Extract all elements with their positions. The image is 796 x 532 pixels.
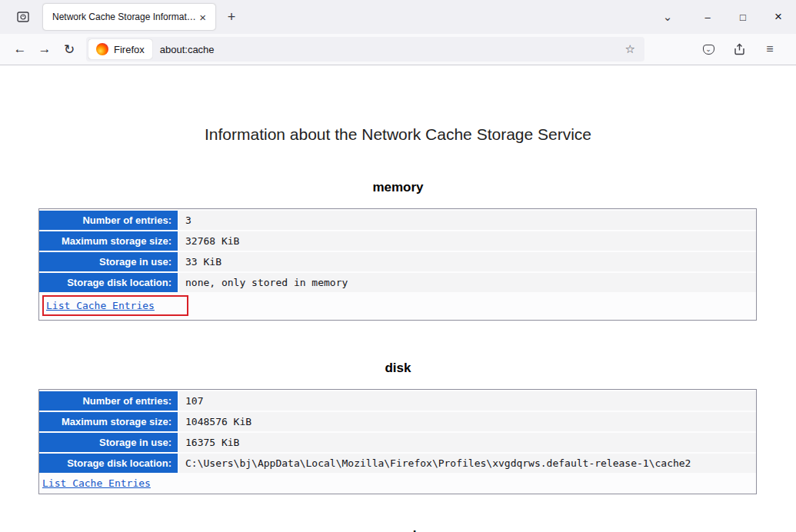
back-icon: ← [14,42,27,57]
table-row: Storage disk location: C:\Users\bj\AppDa… [39,454,756,473]
link-row: List Cache Entries [39,292,756,318]
close-icon: × [774,9,782,25]
table-row: Number of entries: 107 [39,391,756,411]
window-controls: – □ × [690,0,796,34]
search-engine-chip[interactable]: Firefox [88,39,152,59]
annotation-highlight-box: List Cache Entries [42,295,188,316]
bookmark-star-button[interactable]: ☆ [621,42,640,56]
table-row: Storage in use: 33 KiB [39,252,756,271]
row-value: 1048576 KiB [179,412,756,431]
table-row: Storage in use: 16375 KiB [39,433,756,452]
row-label: Storage disk location: [39,273,178,292]
pocket-icon: ⌄ [703,45,714,55]
minimize-icon: – [704,12,710,23]
new-tab-button[interactable]: + [220,5,243,28]
star-icon: ☆ [625,42,635,55]
row-label: Storage in use: [39,252,178,271]
plus-icon: + [228,9,236,25]
maximize-icon: □ [740,12,746,23]
table-row: Maximum storage size: 32768 KiB [39,231,756,251]
row-value: 3 [179,211,756,230]
maximize-button[interactable]: □ [725,0,761,34]
row-value: 32768 KiB [179,231,756,251]
firefox-view-button[interactable] [11,5,35,29]
memory-cache-table: Number of entries: 3 Maximum storage siz… [38,208,757,321]
toolbar-icons: ⌄ ≡ [697,38,781,61]
page-content: Information about the Network Cache Stor… [0,65,796,532]
list-cache-entries-link-disk[interactable]: List Cache Entries [42,477,151,489]
search-engine-label: Firefox [114,44,145,55]
row-label: Number of entries: [39,211,178,230]
row-value: 33 KiB [179,252,756,271]
app-menu-button[interactable]: ≡ [758,38,781,61]
firefox-view-icon [17,11,29,23]
link-row: List Cache Entries [39,473,756,492]
row-value: none, only stored in memory [179,273,756,292]
table-row: Maximum storage size: 1048576 KiB [39,412,756,431]
back-button[interactable]: ← [8,37,32,62]
browser-tab-active[interactable]: Network Cache Storage Information × [43,4,215,30]
tab-title: Network Cache Storage Information [52,12,196,22]
row-value: 107 [179,391,756,411]
page-title: Information about the Network Cache Stor… [0,125,796,144]
chevron-down-icon: ⌄ [663,10,673,24]
row-label: Maximum storage size: [39,412,178,431]
row-label: Storage in use: [39,433,178,452]
reload-button[interactable]: ↻ [57,37,82,62]
row-label: Number of entries: [39,391,178,411]
row-label: Maximum storage size: [39,231,178,251]
browser-titlebar: Network Cache Storage Information × + ⌄ … [0,0,796,34]
close-window-button[interactable]: × [761,0,796,34]
reload-icon: ↻ [64,42,75,58]
pocket-chevron-glyph: ⌄ [705,46,711,53]
list-cache-entries-link-memory[interactable]: List Cache Entries [46,300,155,311]
table-row: Storage disk location: none, only stored… [39,273,756,292]
section-heading-disk: disk [0,361,796,376]
row-value: C:\Users\bj\AppData\Local\Mozilla\Firefo… [179,454,756,473]
forward-button[interactable]: → [32,37,57,62]
pocket-button[interactable]: ⌄ [697,38,720,61]
url-text[interactable]: about:cache [160,44,621,55]
share-icon [734,43,745,55]
hamburger-menu-icon: ≡ [766,42,773,56]
row-value: 16375 KiB [179,433,756,452]
url-bar[interactable]: Firefox about:cache ☆ [86,37,644,62]
forward-icon: → [38,42,52,57]
share-button[interactable] [728,38,751,61]
browser-navbar: ← → ↻ Firefox about:cache ☆ ⌄ [0,34,796,65]
partial-section-heading: appcache [0,528,796,532]
disk-cache-table: Number of entries: 107 Maximum storage s… [38,389,757,494]
list-all-tabs-button[interactable]: ⌄ [656,5,679,28]
tab-close-icon[interactable]: × [196,11,209,24]
table-row: Number of entries: 3 [39,211,756,230]
minimize-button[interactable]: – [690,0,725,34]
firefox-logo-icon [96,43,108,55]
section-heading-memory: memory [0,180,796,195]
row-label: Storage disk location: [39,454,178,473]
